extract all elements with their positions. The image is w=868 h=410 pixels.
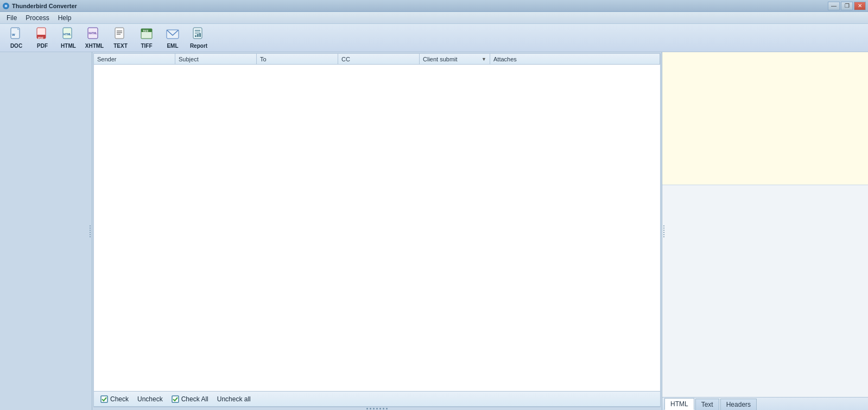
doc-icon: W [9, 27, 24, 42]
xhtml-label: XHTML [85, 43, 104, 49]
right-panel: HTML Text Headers [662, 52, 868, 410]
resize-dot [663, 236, 664, 237]
eml-label: EML [167, 43, 178, 49]
toolbar-eml-button[interactable]: EML [161, 26, 185, 50]
tab-html[interactable]: HTML [664, 398, 694, 410]
email-list-header: Sender Subject To CC Client submit ▼ Att… [94, 54, 660, 65]
doc-label: DOC [10, 43, 22, 49]
xhtml-icon: XHTML [87, 27, 102, 42]
resize-dot [370, 408, 371, 409]
tab-headers[interactable]: Headers [720, 399, 757, 410]
text-label: TEXT [113, 43, 128, 49]
html-icon: HTML [61, 27, 76, 42]
check-all-icon [172, 395, 180, 403]
svg-rect-26 [199, 33, 201, 37]
resize-dot [663, 234, 664, 235]
resize-dot [90, 234, 91, 235]
svg-text:XHTML: XHTML [88, 32, 97, 35]
eml-icon [165, 27, 180, 42]
email-list-body [94, 65, 660, 391]
html-label: HTML [61, 43, 76, 49]
col-header-cc: CC [338, 54, 420, 64]
check-icon [100, 395, 109, 403]
pdf-icon: PDF [35, 27, 50, 42]
svg-text:W: W [12, 33, 15, 36]
toolbar: W DOC PDF PDF HTML HTML XHTML [0, 24, 868, 52]
check-button[interactable]: Check [98, 394, 131, 404]
svg-text:PDF: PDF [38, 36, 43, 40]
title-left: Thunderbird Converter [2, 2, 77, 10]
client-submit-dropdown[interactable]: ▼ [481, 56, 486, 62]
toolbar-doc-button[interactable]: W DOC [4, 26, 28, 50]
left-sidebar [0, 52, 92, 410]
svg-point-2 [5, 5, 7, 7]
close-button[interactable]: ✕ [854, 2, 866, 10]
right-panel-tabs: HTML Text Headers [662, 397, 868, 410]
toolbar-html-button[interactable]: HTML HTML [56, 26, 80, 50]
report-label: Report [190, 43, 207, 49]
col-header-sender: Sender [94, 54, 175, 64]
menu-file[interactable]: File [2, 13, 21, 23]
minimize-button[interactable]: — [828, 2, 840, 10]
tiff-label: TIFF [141, 43, 152, 49]
col-header-attaches: Attaches [490, 54, 660, 64]
resize-dot [379, 408, 381, 409]
toolbar-xhtml-button[interactable]: XHTML XHTML [83, 26, 106, 50]
horiz-resize-handle[interactable] [93, 407, 661, 410]
svg-rect-25 [197, 34, 199, 37]
resize-dots [366, 408, 388, 409]
resize-dot [90, 232, 91, 233]
preview-top [662, 52, 868, 185]
tiff-icon: TIFF [139, 27, 154, 42]
title-bar: Thunderbird Converter — ❐ ✕ [0, 0, 868, 12]
title-controls: — ❐ ✕ [828, 2, 866, 10]
email-list-footer: Check Uncheck Check All Uncheck all [94, 391, 660, 406]
toolbar-text-button[interactable]: TEXT [109, 26, 132, 50]
toolbar-tiff-button[interactable]: TIFF TIFF [135, 26, 159, 50]
resize-dot [366, 408, 368, 409]
resize-dot [386, 408, 388, 409]
uncheck-button[interactable]: Uncheck [135, 394, 165, 404]
resize-dot [663, 228, 664, 229]
resize-dot [376, 408, 378, 409]
col-header-client-submit: Client submit ▼ [420, 54, 490, 64]
check-all-button[interactable]: Check All [169, 394, 211, 404]
svg-rect-24 [195, 35, 197, 37]
col-header-subject: Subject [175, 54, 257, 64]
resize-dot [90, 225, 91, 226]
title-text: Thunderbird Converter [12, 3, 77, 9]
resize-dot [663, 225, 664, 226]
menu-help[interactable]: Help [54, 13, 76, 23]
uncheck-all-button[interactable]: Uncheck all [215, 394, 253, 404]
svg-rect-28 [172, 396, 179, 402]
right-resize-handle[interactable] [662, 223, 666, 239]
resize-dot [90, 236, 91, 237]
resize-dot [90, 228, 91, 229]
preview-bottom [662, 185, 868, 397]
toolbar-pdf-button[interactable]: PDF PDF [30, 26, 54, 50]
col-header-to: To [257, 54, 338, 64]
svg-rect-27 [101, 396, 107, 402]
menu-process[interactable]: Process [21, 13, 53, 23]
report-icon [191, 27, 206, 42]
svg-text:TIFF: TIFF [143, 29, 149, 33]
svg-rect-12 [115, 28, 124, 39]
menu-bar: File Process Help [0, 12, 868, 24]
email-list-container: Sender Subject To CC Client submit ▼ Att… [93, 53, 661, 407]
svg-text:HTML: HTML [64, 33, 71, 36]
tab-text[interactable]: Text [695, 399, 719, 410]
resize-dot [663, 230, 664, 231]
restore-button[interactable]: ❐ [841, 2, 853, 10]
resize-dot [383, 408, 384, 409]
resize-dot [373, 408, 375, 409]
left-resize-handle[interactable] [88, 223, 92, 239]
pdf-label: PDF [37, 43, 48, 49]
main-area: Sender Subject To CC Client submit ▼ Att… [0, 52, 868, 410]
app-icon [2, 2, 10, 10]
text-icon [113, 27, 128, 42]
resize-dot [90, 230, 91, 231]
resize-dot [663, 232, 664, 233]
toolbar-report-button[interactable]: Report [187, 26, 211, 50]
